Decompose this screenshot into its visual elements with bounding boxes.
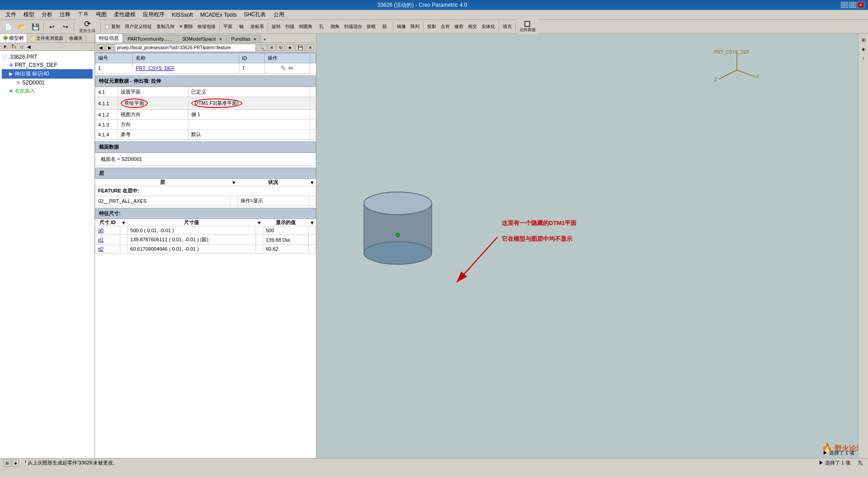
tree-item-insert[interactable]: ➤ 在此插入 [2,87,93,95]
url-close2-button[interactable]: ✕ [306,44,314,51]
feat-row-411[interactable]: 4.1.1 草绘平面 DTM1:F2(基准平面) [95,97,316,110]
cell-ops[interactable]: ✎ ✏ [265,63,310,74]
tree-filter-btn[interactable]: ▼ [1,43,9,50]
dim-value-d1: 139.8787606111 ( 0.01, -0.01 ) (圆) [127,235,256,245]
tb-delete[interactable]: ✕ 删除 [177,21,195,32]
tb-new[interactable]: 📄 [2,21,14,32]
tab-favorites[interactable]: 收藏夹 [66,34,86,42]
table-row[interactable]: 1 PRT_CSYS_DEF 7 ✎ ✏ [95,63,316,74]
layer-data-row[interactable]: 02__PRT_ALL_AXES 操作=显示 [95,196,316,206]
tab-model-tree[interactable]: 🌳 模型树 [0,34,27,42]
dim-row-d0[interactable]: d0 500.0 ( 0.01, -0.01 ) 500 [95,226,316,235]
close-button[interactable]: ✕ [857,2,864,8]
minimize-button[interactable]: ─ [841,2,848,8]
url-refresh-button[interactable]: ↻ [277,44,285,51]
model-tree[interactable]: 📄 33626.PRT ✛ PRT_CSYS_DEF ▶ 伸出项 标识40 ✎ … [0,51,94,458]
feat-num-413: 4.1.3 [95,120,118,130]
sep4 [219,22,220,31]
tree-item-csys[interactable]: ✛ PRT_CSYS_DEF [2,61,93,69]
menu-item-注释[interactable]: 注释 [56,10,74,19]
tb-project[interactable]: 投影 [425,21,438,32]
dim-id-d0[interactable]: d0 [95,226,120,235]
tb-merge[interactable]: 合并 [439,21,452,32]
tb-mirror[interactable]: 镜像 [395,21,408,32]
tb-chamfer[interactable]: 倒角 [329,21,341,32]
tab-feature-info[interactable]: 特征信息 [95,33,123,42]
feat-row-412[interactable]: 4.1.2 视图方向 侧 1 [95,110,316,120]
tb-pattern[interactable]: 阵列 [409,21,421,32]
tab-close-2[interactable]: ✕ [219,37,222,42]
url-save-button[interactable]: 💾 [295,44,305,51]
status-icon1[interactable]: ⊞ [4,459,11,467]
feat-row-413[interactable]: 4.1.3 方向 [95,120,316,130]
dim-row-d2[interactable]: d2 60.61709004946 ( 0.01, -0.01 ) 60.62 [95,245,316,253]
url-bookmark-button[interactable]: ★ [286,44,294,51]
view-tb-2[interactable]: ◈ [859,45,868,53]
viewport[interactable]: Z Y X PRT_CSYS_DEF [316,34,868,458]
view-tb-3[interactable]: ↕ [859,54,868,62]
menu-item-MCADEx Tools[interactable]: MCADEx Tools [197,11,240,19]
menu-item-KISSsoft[interactable]: KISSsoft [168,11,197,19]
feat-row-41[interactable]: 4.1 设置平面 已定义 [95,87,316,97]
feat-row-414[interactable]: 4.1.4 参考 默认 [95,130,316,140]
status-icon2[interactable]: ◈ [12,459,19,467]
tb-hole[interactable]: 孔 [315,21,328,32]
tb-udf[interactable]: 用户定义特征 [123,21,154,32]
tree-back-btn[interactable]: ◀ [25,43,33,50]
tab-new[interactable]: + [261,36,316,42]
tb-fill[interactable]: 填充 [501,21,514,32]
tb-save[interactable]: 💾 [29,21,42,32]
tb-open[interactable]: 📂 [15,21,28,32]
sep8 [499,22,499,31]
nav-back-button[interactable]: ◀ [97,44,105,51]
tb-copygeo[interactable]: 复制几何 [155,21,176,32]
maximize-button[interactable]: □ [849,2,856,8]
tree-extrude-label: 伸出项 标识40 [14,70,49,78]
tab-part-community[interactable]: PARTcommunity... ✕ [123,35,178,42]
tab-close-3[interactable]: ✕ [253,37,257,42]
dim-id-d2[interactable]: d2 [95,245,120,253]
tb-undo[interactable]: ↩ [46,21,58,32]
menu-item-模型[interactable]: 模型 [20,10,38,19]
tb-trim[interactable]: 修剪 [453,21,465,32]
tab-punditas[interactable]: Punditas ✕ [227,35,261,42]
tree-settings-btn[interactable]: T↕ [9,43,18,50]
feat-label-412: 视图方向 [118,110,189,120]
tb-intersect[interactable]: 相交 [466,21,479,32]
menu-item-应用程序[interactable]: 应用程序 [139,10,168,19]
tb-copy[interactable]: 📋 复制 [103,21,122,32]
url-input[interactable] [115,44,256,52]
cell-name[interactable]: PRT_CSYS_DEF [133,63,239,74]
tb-solidify[interactable]: 实体化 [480,21,497,32]
menu-item-柔性建模[interactable]: 柔性建模 [110,10,139,19]
tab-3d-modelspace[interactable]: 3DModelSpace ✕ [178,35,226,42]
tb-fillet[interactable]: 倒圆角 [297,21,314,32]
tb-rotate[interactable]: 旋转 [270,21,283,32]
menu-item-公用[interactable]: 公用 [270,10,288,19]
menu-item-分析[interactable]: 分析 [38,10,56,19]
url-search-button[interactable]: 🔍 [257,44,267,51]
menu-item-文件[interactable]: 文件 [2,10,20,19]
feat-num-411: 4.1.1 [95,97,118,110]
tab-folder-browser[interactable]: 📁 文件夹浏览器 [27,34,66,42]
tree-collapse-btn[interactable]: □ [19,43,25,50]
tb-csys[interactable]: 坐标系 [249,21,266,32]
layer-col-status: 状况 [237,179,308,186]
tree-item-sketch[interactable]: ✎ S2D0001 [2,79,93,87]
tb-scan[interactable]: 扫描 [283,21,296,32]
tb-shrink[interactable]: 收缩包络 [196,21,217,32]
dim-row-d1[interactable]: d1 139.8787606111 ( 0.01, -0.01 ) (圆) 13… [95,235,316,245]
tb-draft[interactable]: 拔模 [365,21,377,32]
dim-id-d1[interactable]: d1 [95,235,120,245]
url-close-button[interactable]: ✕ [268,44,276,51]
tb-plane[interactable]: 平面 [222,21,234,32]
view-tb-1[interactable]: ⊞ [859,36,868,44]
tb-redo[interactable]: ↪ [59,21,72,32]
tb-sweep-blend[interactable]: 扫描混合 [342,21,364,32]
tb-axis[interactable]: 轴 [235,21,248,32]
tree-item-extrude[interactable]: ▶ 伸出项 标识40 [2,69,93,79]
tb-rib[interactable]: 筋 [378,21,391,32]
nav-forward-button[interactable]: ▶ [106,44,114,51]
menu-item-SHC孔表[interactable]: SHC孔表 [240,10,269,19]
tree-item-root[interactable]: 📄 33626.PRT [2,53,93,61]
